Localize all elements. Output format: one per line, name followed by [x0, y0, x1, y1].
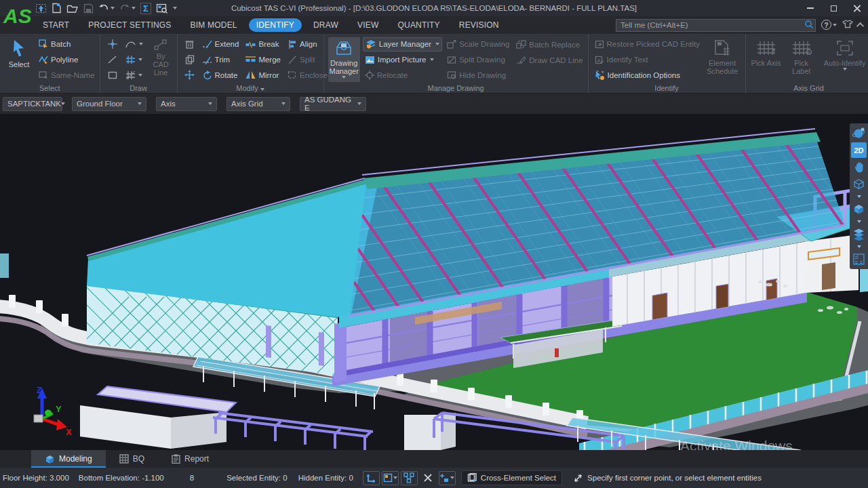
search-input[interactable]: [616, 19, 816, 32]
cross-element-select-button[interactable]: Cross-Element Select: [461, 470, 562, 485]
align-button[interactable]: Align: [285, 37, 330, 52]
trim-button[interactable]: Trim: [201, 53, 241, 67]
drawing-manager-button[interactable]: Drawing Manager: [328, 37, 360, 82]
orbit-icon[interactable]: [851, 125, 867, 141]
floor-height-value: Floor Height: 3.000: [3, 474, 69, 482]
undo-icon[interactable]: [98, 3, 115, 13]
maximize-button[interactable]: [822, 0, 845, 16]
polyline-button[interactable]: Polyline: [37, 53, 97, 67]
tab-modeling[interactable]: Modeling: [31, 450, 106, 468]
enclose-button[interactable]: Enclose: [285, 68, 330, 82]
new-file-icon[interactable]: [52, 3, 62, 14]
tab-view[interactable]: VIEW: [350, 18, 386, 32]
ribbon-group-draw: By CAD Line Draw: [100, 34, 178, 93]
break-button[interactable]: Break: [243, 37, 283, 52]
move-icon[interactable]: [182, 68, 198, 82]
delete-icon[interactable]: [182, 37, 198, 52]
tab-identify[interactable]: IDENTIFY: [249, 18, 302, 32]
chevron-down-icon[interactable]: [851, 218, 867, 225]
batch-button[interactable]: Batch: [37, 37, 97, 52]
modify-group-label[interactable]: Modify: [178, 84, 323, 92]
viewport-3d[interactable]: Z X Y 2D: [0, 114, 868, 450]
pick-label-button[interactable]: Pick Label: [785, 37, 818, 82]
left-edge-structure: [0, 253, 9, 278]
draw-axis-grid-icon[interactable]: [123, 53, 145, 67]
merge-button[interactable]: Merge: [243, 53, 283, 67]
ortho-icon[interactable]: [382, 471, 399, 485]
save-icon[interactable]: [83, 3, 94, 14]
search-icon[interactable]: [804, 20, 814, 32]
pick-axis-button[interactable]: Pick Axis: [750, 37, 783, 82]
help-button[interactable]: ?: [821, 20, 837, 30]
door-2: [716, 284, 728, 309]
publish-icon[interactable]: [35, 3, 47, 14]
identification-options-button[interactable]: Identification Options: [593, 68, 700, 82]
dropdown-axis-name[interactable]: AS GUDANG E: [300, 97, 366, 111]
open-folder-icon[interactable]: [66, 3, 79, 14]
tab-draw[interactable]: DRAW: [306, 18, 346, 32]
draw-rect-icon[interactable]: [104, 68, 121, 82]
ucs-icon[interactable]: [363, 471, 380, 485]
chevron-down-icon[interactable]: [851, 193, 867, 200]
modeling-cube-icon: [45, 454, 55, 464]
relocate-button[interactable]: Relocate: [363, 68, 442, 82]
scale-drawing-button[interactable]: Scale Drawing: [445, 37, 511, 52]
draw-line-icon[interactable]: [104, 53, 121, 67]
more-icon[interactable]: [173, 7, 177, 9]
import-picture-button[interactable]: Import Picture: [363, 53, 442, 67]
locate-drawing-icon[interactable]: [156, 3, 168, 14]
copy-icon[interactable]: [182, 53, 198, 67]
element-schedule-button[interactable]: Element Schedule: [703, 37, 743, 82]
draw-cad-line-button[interactable]: Draw CAD Line: [514, 53, 585, 67]
by-cad-line-button[interactable]: By CAD Line: [148, 37, 174, 82]
wireframe-cube-icon[interactable]: [851, 176, 867, 192]
auto-identify-button[interactable]: Auto-Identify: [821, 37, 868, 82]
mode-2d-button[interactable]: 2D: [851, 142, 867, 158]
draw-grid2-icon[interactable]: [123, 68, 145, 82]
mirror-button[interactable]: Mirror: [243, 68, 283, 82]
app-logo[interactable]: AS: [1, 1, 31, 33]
collapse-ribbon-icon[interactable]: [856, 22, 864, 29]
minimize-button[interactable]: [799, 0, 822, 16]
tab-bim-model[interactable]: BIM MODEL: [183, 18, 245, 32]
tab-quantity[interactable]: QUANTITY: [391, 18, 448, 32]
identify-text-button[interactable]: A Identify Text: [593, 53, 700, 67]
tab-revision[interactable]: REVISION: [452, 18, 507, 32]
draw-point-icon[interactable]: [104, 37, 121, 52]
ribbon: Select Batch Polyline Same-Name Select: [0, 34, 868, 94]
dropdown-element-type[interactable]: Axis: [156, 97, 217, 111]
split-drawing-button[interactable]: Split Drawing: [445, 53, 511, 67]
tab-start[interactable]: START: [35, 18, 77, 32]
rotate-button[interactable]: Rotate: [201, 68, 241, 82]
same-name-button[interactable]: Same-Name: [37, 68, 97, 82]
dropdown-septic-tank[interactable]: SAPTICKTANK: [3, 97, 62, 111]
restore-picked-cad-entity-button[interactable]: Restore Picked CAD Entity: [593, 37, 700, 52]
dropdown-element[interactable]: Axis Grid: [226, 97, 290, 111]
close-icon[interactable]: [420, 471, 437, 485]
select-button[interactable]: Select: [4, 37, 34, 82]
dropdown-floor[interactable]: Ground Floor: [72, 97, 146, 111]
snap-node-icon[interactable]: [401, 471, 418, 485]
batch-replace-button[interactable]: Batch Replace: [514, 37, 585, 52]
close-button[interactable]: [845, 0, 868, 16]
tab-report[interactable]: Report: [158, 450, 222, 468]
grid-cube-icon[interactable]: [851, 251, 867, 267]
tell-me-search[interactable]: [616, 18, 816, 31]
pan-hand-icon[interactable]: [851, 159, 867, 175]
split-button[interactable]: Split: [285, 53, 330, 67]
solid-cube-icon[interactable]: [851, 201, 867, 217]
tab-bq[interactable]: BQ: [106, 450, 158, 468]
theme-icon[interactable]: [842, 19, 853, 31]
status-bar: Floor Height: 3.000 Bottom Elevation: -1…: [0, 468, 868, 488]
sum-icon[interactable]: Σ: [140, 3, 151, 14]
layer-manager-button[interactable]: Layer Manager: [363, 37, 442, 52]
draw-arc-icon[interactable]: [123, 37, 145, 52]
tab-project-settings[interactable]: PROJECT SETTINGS: [81, 18, 178, 32]
hide-drawing-button[interactable]: Hide Drawing: [445, 68, 511, 82]
bottom-elevation-value: Bottom Elevation: -1.100: [79, 474, 164, 482]
extend-button[interactable]: Extend: [201, 37, 241, 52]
layers-icon[interactable]: [851, 226, 867, 242]
chevron-down-icon[interactable]: [851, 243, 867, 250]
redo-icon[interactable]: [119, 3, 136, 13]
point-snap-icon[interactable]: [439, 471, 456, 485]
